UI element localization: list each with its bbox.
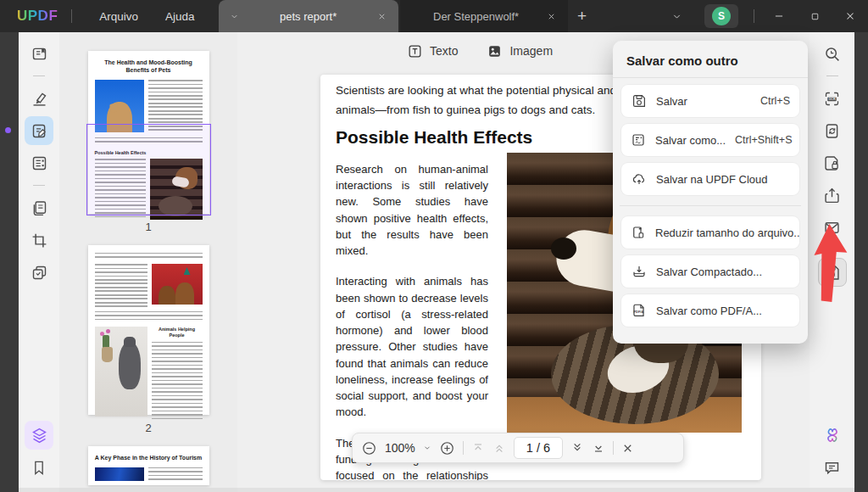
ocr-icon: [823, 90, 841, 108]
reader-icon: [31, 45, 48, 63]
image-icon: [487, 43, 503, 59]
next-page-button[interactable]: [570, 441, 584, 455]
thumbnail-text: [152, 342, 203, 422]
left-toolbar: [19, 32, 59, 492]
menu-ajuda[interactable]: Ajuda: [152, 0, 209, 32]
reader-mode-button[interactable]: [25, 39, 53, 68]
thumbnail-page-1[interactable]: The Health and Mood-Boosting Benefits of…: [88, 51, 209, 214]
paragraph: Research on human-animal interactions is…: [336, 161, 488, 259]
menu-item-salvar-como[interactable]: Salvar como... Ctrl+Shift+S: [621, 124, 799, 156]
search-button[interactable]: [818, 39, 847, 68]
page-indicator[interactable]: 1 / 6: [514, 437, 563, 459]
panel-divider: [620, 205, 801, 206]
save-icon: [631, 93, 647, 109]
menu-item-reduzir-tamanho[interactable]: Reduzir tamanho do arquivo..: [621, 216, 799, 249]
ai-assistant-button[interactable]: [25, 421, 53, 450]
tab-title: Der Steppenwolf*: [409, 10, 544, 23]
convert-button[interactable]: [818, 116, 847, 145]
tabs-overview-chevron-icon[interactable]: [671, 11, 682, 22]
edit-icon: [31, 122, 48, 140]
image-tool-button[interactable]: Imagem: [487, 43, 553, 59]
thumbnail-text: [95, 264, 147, 308]
thumbnail-title: The Health and Mood-Boosting Benefits of…: [95, 59, 203, 75]
thumbnail-photo-dogs-red: [152, 264, 203, 305]
page-number-label: 1: [145, 221, 151, 233]
last-page-button[interactable]: [592, 441, 605, 455]
lock-document-icon: [823, 154, 841, 172]
thumbnail-section-heading: Animals Helping People: [152, 327, 203, 338]
tab-dropdown-icon[interactable]: [227, 8, 242, 24]
menu-item-salvar-pdfa[interactable]: Salvar como PDF/A...: [621, 294, 799, 327]
maximize-button[interactable]: [797, 0, 832, 32]
close-zoombar-button[interactable]: [621, 442, 634, 455]
layers-icon: [31, 427, 48, 444]
thumbnail-page-2[interactable]: Animals Helping People: [88, 245, 209, 415]
zoom-level: 100%: [385, 441, 415, 455]
protect-button[interactable]: [818, 148, 847, 177]
page-number-label: 2: [145, 422, 151, 434]
first-page-button[interactable]: [471, 441, 485, 455]
thumbnail-title: A Key Phase in the History of Tourism: [95, 455, 203, 462]
edit-pdf-button[interactable]: [25, 116, 53, 145]
save-as-icon: [631, 132, 646, 148]
save-compressed-icon: [631, 264, 647, 279]
close-button[interactable]: [832, 0, 868, 32]
account-button[interactable]: S: [704, 4, 738, 28]
tab-close-icon[interactable]: [544, 8, 559, 24]
window-right-edge: [854, 32, 868, 492]
menu-item-salvar[interactable]: Salvar Ctrl+S: [621, 85, 799, 117]
rail-divider: [33, 75, 45, 76]
updf-window: UPDF Arquivo Ajuda pets report* Der Step…: [0, 0, 868, 492]
feedback-button[interactable]: [818, 453, 847, 482]
zoom-dropdown-icon[interactable]: [423, 444, 431, 452]
organize-pages-button[interactable]: [25, 193, 53, 222]
document-heading: Possible Health Effects: [336, 127, 532, 148]
cloud-upload-icon: [631, 171, 647, 187]
pdfa-icon: [631, 302, 647, 319]
viewport-indicator[interactable]: [86, 124, 211, 215]
rail-divider: [33, 185, 45, 186]
thumbnail-text: [148, 467, 203, 481]
tab-close-icon[interactable]: [375, 8, 390, 24]
text-tool-label: Texto: [430, 44, 458, 58]
previous-page-button[interactable]: [492, 441, 506, 455]
reduce-file-size-icon: [631, 225, 646, 240]
tab-title: pets report*: [242, 10, 375, 23]
menu-item-salvar-compactado[interactable]: Salvar Compactado...: [621, 255, 799, 288]
feedback-icon: [823, 459, 841, 477]
tab-pets-report[interactable]: pets report*: [219, 0, 398, 32]
panel-divider: [613, 77, 808, 78]
thumbnail-text: [95, 253, 203, 260]
ai-features-button[interactable]: [818, 421, 847, 450]
batch-process-button[interactable]: [25, 258, 53, 287]
forms-button[interactable]: [25, 148, 53, 177]
bookmark-button[interactable]: [25, 453, 53, 482]
rail-divider: [826, 75, 838, 76]
tab-der-steppenwolf[interactable]: Der Steppenwolf*: [400, 0, 568, 32]
comment-button[interactable]: [25, 84, 53, 113]
highlighter-icon: [31, 90, 48, 108]
thumbnail-photo-tourism-blue: [95, 467, 144, 481]
crop-pages-button[interactable]: [25, 226, 53, 254]
titlebar-divider: [71, 9, 72, 23]
thumbnail-photo-cat-tulips: [95, 327, 147, 417]
new-tab-button[interactable]: +: [568, 0, 597, 32]
menu-item-salvar-updf-cloud[interactable]: Salvar na UPDF Cloud: [621, 163, 799, 195]
save-as-other-panel: Salvar como outro Salvar Ctrl+S Salvar c…: [613, 41, 808, 344]
share-button[interactable]: [818, 181, 847, 210]
ocr-button[interactable]: [818, 84, 847, 113]
thumbnail-page-3[interactable]: A Key Phase in the History of Tourism: [88, 446, 209, 485]
zoom-out-button[interactable]: [361, 440, 377, 456]
image-tool-label: Imagem: [509, 44, 553, 58]
menu-arquivo[interactable]: Arquivo: [86, 0, 152, 32]
text-tool-button[interactable]: Texto: [407, 43, 458, 59]
titlebar-divider: [754, 9, 754, 23]
paragraph: Interacting with animals has been shown …: [336, 273, 488, 420]
share-icon: [823, 187, 841, 204]
zoom-in-button[interactable]: [439, 440, 455, 456]
crop-icon: [31, 232, 48, 249]
minimize-button[interactable]: [761, 0, 797, 32]
panel-title: Salvar como outro: [613, 41, 808, 77]
window-bottom-edge: [19, 488, 854, 492]
edit-mode-indicator-dot: [5, 127, 11, 133]
